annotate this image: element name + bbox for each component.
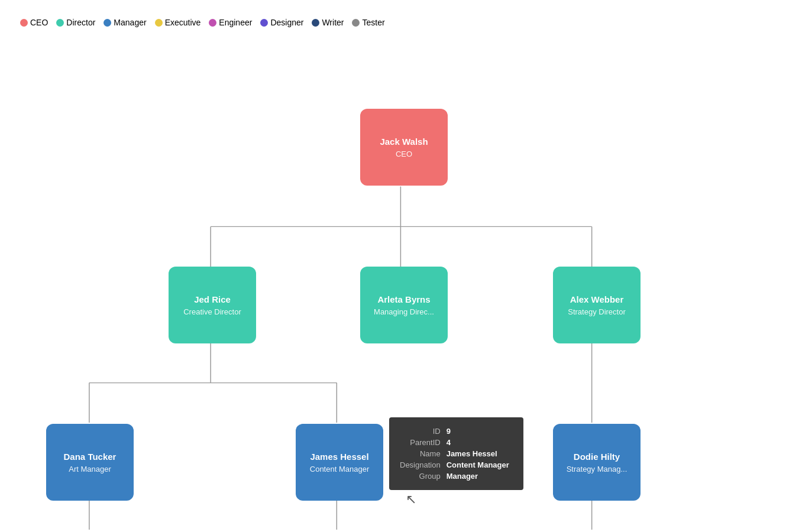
node-title-dodie: Strategy Manag... (567, 465, 627, 473)
legend-item-ceo: CEO (20, 18, 48, 27)
node-name-arleta: Arleta Byrns (377, 294, 430, 306)
legend-dot (209, 19, 216, 27)
legend: CEODirectorManagerExecutiveEngineerDesig… (12, 18, 774, 27)
legend-item-tester: Tester (352, 18, 384, 27)
node-dodie[interactable]: Dodie Hilty Strategy Manag... (553, 424, 641, 501)
node-title-jed: Creative Director (183, 307, 241, 316)
node-title-arleta: Managing Direc... (374, 307, 434, 316)
legend-dot (155, 19, 163, 27)
node-arleta[interactable]: Arleta Byrns Managing Direc... (360, 267, 448, 343)
legend-dot (20, 19, 28, 27)
legend-item-manager: Manager (103, 18, 146, 27)
node-name-james: James Hessel (310, 451, 368, 463)
node-title-james: Content Manager (310, 465, 369, 473)
legend-item-executive: Executive (155, 18, 201, 27)
legend-item-writer: Writer (312, 18, 344, 27)
node-james[interactable]: James Hessel Content Manager (296, 424, 383, 501)
node-title-alex: Strategy Director (568, 307, 626, 316)
node-alex[interactable]: Alex Webber Strategy Director (553, 267, 641, 343)
node-jed[interactable]: Jed Rice Creative Director (169, 267, 256, 343)
legend-dot (103, 19, 111, 27)
legend-item-director: Director (56, 18, 95, 27)
chart-area: Jack Walsh CEO Jed Rice Creative Directo… (12, 45, 774, 530)
mouse-cursor-icon: ↖ (406, 492, 416, 507)
legend-dot (260, 19, 268, 27)
legend-dot (312, 19, 319, 27)
node-title-jack: CEO (396, 150, 412, 158)
legend-item-designer: Designer (260, 18, 303, 27)
node-name-dodie: Dodie Hilty (574, 451, 620, 463)
legend-item-engineer: Engineer (209, 18, 252, 27)
node-name-jack: Jack Walsh (380, 136, 428, 148)
node-title-dana: Art Manager (69, 465, 111, 473)
legend-dot (352, 19, 360, 27)
legend-dot (56, 19, 64, 27)
node-tooltip: ID9ParentID4NameJames HesselDesignationC… (389, 417, 523, 490)
node-name-alex: Alex Webber (570, 294, 624, 306)
node-jack[interactable]: Jack Walsh CEO (360, 109, 448, 186)
node-dana[interactable]: Dana Tucker Art Manager (46, 424, 134, 501)
node-name-jed: Jed Rice (194, 294, 231, 306)
node-name-dana: Dana Tucker (64, 451, 117, 463)
